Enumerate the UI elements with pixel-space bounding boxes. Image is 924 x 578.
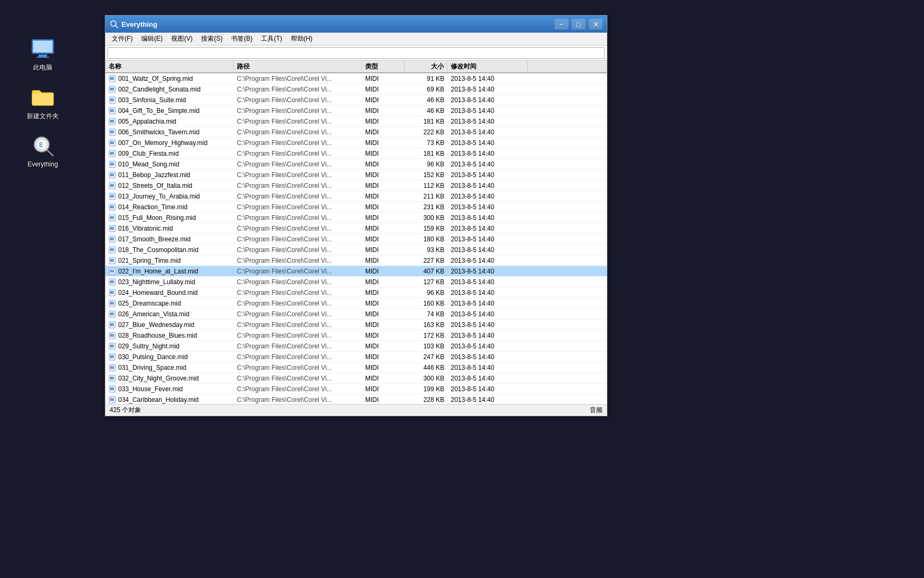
- column-headers: 名称 路径 类型 大小 修改时间: [105, 60, 607, 73]
- desktop-icon-everything[interactable]: E Everything: [21, 130, 64, 171]
- cell-size: 163 KB: [405, 320, 448, 330]
- svg-rect-128: [110, 280, 114, 281]
- cell-path: C:\Program Files\Corel\Corel Vi...: [234, 341, 362, 351]
- search-input[interactable]: [107, 47, 605, 59]
- table-row[interactable]: 017_Smooth_Breeze.mid C:\Program Files\C…: [105, 234, 607, 245]
- table-row[interactable]: 014_Reaction_Time.mid C:\Program Files\C…: [105, 202, 607, 212]
- table-row[interactable]: 004_Gift_To_Be_Simple.mid C:\Program Fil…: [105, 105, 607, 116]
- table-row[interactable]: 003_Sinfonia_Suite.mid C:\Program Files\…: [105, 95, 607, 105]
- col-header-name[interactable]: 名称: [105, 60, 234, 72]
- midi-file-icon: [109, 257, 116, 264]
- minimize-button[interactable]: −: [555, 19, 568, 29]
- menu-tools[interactable]: 工具(T): [257, 33, 286, 44]
- menu-help[interactable]: 帮助(H): [287, 33, 317, 44]
- cell-path: C:\Program Files\Corel\Corel Vi...: [234, 95, 362, 105]
- table-row[interactable]: 016_Vibratonic.mid C:\Program Files\Core…: [105, 223, 607, 234]
- cell-path: C:\Program Files\Corel\Corel Vi...: [234, 223, 362, 233]
- cell-name: 033_House_Fever.mid: [105, 384, 234, 394]
- col-header-date[interactable]: 修改时间: [448, 60, 528, 72]
- table-row[interactable]: 031_Driving_Space.mid C:\Program Files\C…: [105, 362, 607, 373]
- table-row[interactable]: 027_Blue_Wednesday.mid C:\Program Files\…: [105, 320, 607, 330]
- table-row[interactable]: 034_Caribbean_Holiday.mid C:\Program Fil…: [105, 394, 607, 404]
- desktop-icon-folder[interactable]: 新建文件夹: [21, 81, 64, 124]
- table-row[interactable]: 028_Roadhouse_Blues.mid C:\Program Files…: [105, 330, 607, 341]
- cell-name: 027_Blue_Wednesday.mid: [105, 320, 234, 330]
- cell-size: 300 KB: [405, 373, 448, 383]
- file-list[interactable]: 001_Waltz_Of_Spring.mid C:\Program Files…: [105, 73, 607, 404]
- cell-name: 010_Mead_Song.mid: [105, 159, 234, 169]
- desktop-icon-pc-label: 此电脑: [33, 63, 52, 72]
- menu-edit[interactable]: 编辑(E): [137, 33, 167, 44]
- menu-file[interactable]: 文件(F): [107, 33, 137, 44]
- status-count: 425 个对象: [110, 406, 141, 415]
- cell-size: 46 KB: [405, 95, 448, 105]
- table-row[interactable]: 012_Streets_Of_Italia.mid C:\Program Fil…: [105, 180, 607, 191]
- cell-path: C:\Program Files\Corel\Corel Vi...: [234, 384, 362, 394]
- menu-view[interactable]: 视图(V): [167, 33, 197, 44]
- col-header-path[interactable]: 路径: [234, 60, 362, 72]
- maximize-button[interactable]: □: [572, 19, 586, 29]
- svg-rect-188: [110, 387, 114, 388]
- cell-path: C:\Program Files\Corel\Corel Vi...: [234, 255, 362, 265]
- table-row[interactable]: 010_Mead_Song.mid C:\Program Files\Corel…: [105, 159, 607, 170]
- table-row[interactable]: 029_Sultry_Night.mid C:\Program Files\Co…: [105, 341, 607, 352]
- table-row[interactable]: 006_Smithwicks_Tavern.mid C:\Program Fil…: [105, 127, 607, 138]
- cell-path: C:\Program Files\Corel\Corel Vi...: [234, 394, 362, 404]
- table-row[interactable]: 033_House_Fever.mid C:\Program Files\Cor…: [105, 384, 607, 394]
- cell-type: MIDI: [362, 394, 405, 404]
- cell-name: 029_Sultry_Night.mid: [105, 341, 234, 351]
- midi-file-icon: [109, 214, 116, 222]
- midi-file-icon: [109, 246, 116, 254]
- menu-bookmarks[interactable]: 书签(B): [227, 33, 257, 44]
- cell-type: MIDI: [362, 362, 405, 372]
- cell-date: 2013-8-5 14:40: [448, 202, 528, 212]
- svg-rect-39: [110, 121, 114, 122]
- table-row[interactable]: 026_American_Vista.mid C:\Program Files\…: [105, 309, 607, 320]
- table-row[interactable]: 002_Candlelight_Sonata.mid C:\Program Fi…: [105, 84, 607, 95]
- cell-date: 2013-8-5 14:40: [448, 223, 528, 233]
- table-row[interactable]: 007_On_Memory_Highway.mid C:\Program Fil…: [105, 138, 607, 148]
- col-header-size[interactable]: 大小: [405, 60, 448, 72]
- close-button[interactable]: ✕: [589, 19, 603, 29]
- table-row[interactable]: 005_Appalachia.mid C:\Program Files\Core…: [105, 116, 607, 127]
- svg-rect-92: [110, 216, 114, 217]
- table-row[interactable]: 032_City_Night_Groove.mid C:\Program Fil…: [105, 373, 607, 384]
- cell-size: 172 KB: [405, 330, 448, 340]
- table-row[interactable]: 015_Full_Moon_Rising.mid C:\Program File…: [105, 212, 607, 223]
- cell-size: 46 KB: [405, 105, 448, 116]
- midi-file-icon: [109, 310, 116, 318]
- table-row[interactable]: 024_Homeward_Bound.mid C:\Program Files\…: [105, 287, 607, 298]
- cell-type: MIDI: [362, 255, 405, 265]
- table-row[interactable]: 023_Nighttime_Lullaby.mid C:\Program Fil…: [105, 277, 607, 287]
- table-row[interactable]: 018_The_Cosmopolitan.mid C:\Program File…: [105, 245, 607, 255]
- menu-search[interactable]: 搜索(S): [197, 33, 227, 44]
- cell-type: MIDI: [362, 384, 405, 394]
- table-row[interactable]: 001_Waltz_Of_Spring.mid C:\Program Files…: [105, 73, 607, 84]
- table-row[interactable]: 025_Dreamscape.mid C:\Program Files\Core…: [105, 298, 607, 309]
- cell-name: 018_The_Cosmopolitan.mid: [105, 245, 234, 255]
- desktop-icon-pc[interactable]: 此电脑: [21, 32, 64, 75]
- table-row[interactable]: 022_I'm_Home_at_Last.mid C:\Program File…: [105, 266, 607, 277]
- table-row[interactable]: 030_Pulsing_Dance.mid C:\Program Files\C…: [105, 352, 607, 362]
- midi-file-icon: [109, 375, 116, 382]
- window-title: Everything: [121, 20, 551, 28]
- cell-path: C:\Program Files\Corel\Corel Vi...: [234, 116, 362, 126]
- title-bar: Everything − □ ✕: [105, 16, 607, 33]
- cell-date: 2013-8-5 14:40: [448, 255, 528, 265]
- cell-type: MIDI: [362, 116, 405, 126]
- cell-name: 021_Spring_Time.mid: [105, 255, 234, 265]
- table-row[interactable]: 021_Spring_Time.mid C:\Program Files\Cor…: [105, 255, 607, 266]
- table-row[interactable]: 009_Club_Fiesta.mid C:\Program Files\Cor…: [105, 148, 607, 159]
- midi-file-icon: [109, 353, 116, 361]
- cell-date: 2013-8-5 14:40: [448, 298, 528, 308]
- table-row[interactable]: 011_Bebop_Jazzfest.mid C:\Program Files\…: [105, 170, 607, 180]
- desktop: 此电脑 新建文件夹 E Everything: [0, 0, 86, 578]
- cell-name: 032_City_Night_Groove.mid: [105, 373, 234, 383]
- svg-rect-32: [110, 109, 114, 110]
- cell-date: 2013-8-5 14:40: [448, 330, 528, 340]
- cell-date: 2013-8-5 14:40: [448, 138, 528, 148]
- table-row[interactable]: 013_Journey_To_Arabia.mid C:\Program Fil…: [105, 191, 607, 202]
- svg-rect-153: [110, 325, 114, 325]
- midi-file-icon: [109, 225, 116, 232]
- col-header-type[interactable]: 类型: [362, 60, 405, 72]
